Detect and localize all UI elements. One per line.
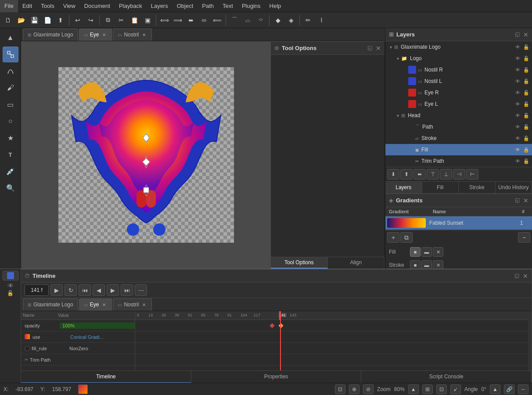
grad-copy-btn[interactable]: ⧉ <box>400 232 413 243</box>
layer-row-eye-l[interactable]: ▭ Eye L 👁 🔓 <box>385 98 532 110</box>
flip-btn[interactable]: ↔ <box>518 384 528 394</box>
layer-visibility-fill[interactable]: 👁 <box>514 146 521 154</box>
layer-visibility-eyel[interactable]: 👁 <box>514 100 521 108</box>
layer-expand-logo[interactable]: ▾ <box>394 55 401 62</box>
layers-tb-more2[interactable]: ⊥ <box>440 169 452 180</box>
menu-layers[interactable]: Layers <box>147 0 173 12</box>
layer-expand-head[interactable]: ▾ <box>394 112 401 119</box>
zoom-up-btn[interactable]: ▲ <box>408 384 419 394</box>
zoom-fit2-btn[interactable]: ⊡ <box>436 384 447 394</box>
zoom-tool[interactable]: 🔍 <box>3 180 18 196</box>
timeline-tracks[interactable]: 0 13 26 39 52 65 78 91 104 117 141 143 <box>135 311 532 370</box>
tl-close-eye[interactable]: ✕ <box>101 302 107 308</box>
tl-tab-properties[interactable]: Properties <box>191 371 362 383</box>
menu-plugins[interactable]: Plugins <box>237 0 265 12</box>
gradients-float-btn[interactable]: ◱ <box>515 197 520 204</box>
menu-help[interactable]: Help <box>265 0 286 12</box>
layer-lock-nostilr[interactable]: 🔓 <box>522 66 530 74</box>
paint-tool[interactable]: 🖌 <box>3 80 18 96</box>
tb-cut[interactable]: ✂ <box>115 14 127 26</box>
layer-lock-fill[interactable]: 🔒 <box>522 146 530 154</box>
tb-copy[interactable]: ⧉ <box>102 14 114 26</box>
layer-visibility-eyer[interactable]: 👁 <box>514 89 521 97</box>
layer-row-eye-r[interactable]: ▭ Eye R 👁 🔓 <box>385 87 532 98</box>
ellipse-tool[interactable]: ○ <box>3 113 18 129</box>
tb-draw2[interactable]: ⌇ <box>315 14 327 26</box>
timeline-eye-icon[interactable]: 👁 <box>7 282 14 289</box>
timeline-row-fill-rule[interactable]: fill_rule NonZero <box>21 343 135 354</box>
layer-visibility-head[interactable]: 👁 <box>514 111 521 119</box>
node-tool[interactable] <box>3 47 18 62</box>
zoom-in-btn[interactable]: ⊕ <box>349 384 359 394</box>
close-tab-nostril[interactable]: ✕ <box>141 32 147 38</box>
tb-open[interactable]: 📂 <box>15 14 27 26</box>
layer-lock-nostill[interactable]: 🔓 <box>522 77 530 85</box>
tb-align1[interactable]: ⟺ <box>158 14 171 26</box>
rotate-left-btn[interactable]: ↙ <box>450 384 461 394</box>
timeline-row-trim-path[interactable]: ✂ Trim Path <box>21 354 135 366</box>
star-tool[interactable]: ★ <box>3 130 18 146</box>
layer-row-stroke[interactable]: ▱ Stroke 👁 🔓 <box>385 133 532 144</box>
layer-visibility-trim[interactable]: 👁 <box>514 157 521 165</box>
tb-undo[interactable]: ↩ <box>72 14 84 26</box>
close-tab-eye[interactable]: ✕ <box>101 32 107 38</box>
layer-visibility-nostilr[interactable]: 👁 <box>514 66 521 74</box>
layers-tb-push-down[interactable]: ⬇ <box>387 169 399 180</box>
menu-edit[interactable]: Edit <box>18 0 36 12</box>
tab-glaxnimate-logo[interactable]: ⊞ Glaxnimate Logo <box>23 29 78 41</box>
tb-align3[interactable]: ⬌ <box>185 14 197 26</box>
tab-tool-options[interactable]: Tool Options <box>271 257 328 269</box>
layer-row-fill[interactable]: ◼ Fill 👁 🔒 <box>385 144 532 155</box>
layer-lock-eyer[interactable]: 🔓 <box>522 89 530 97</box>
layer-row-path[interactable]: ⌒ Path 👁 🔓 <box>385 121 532 133</box>
tab-eye[interactable]: ▭ Eye ✕ <box>79 29 112 41</box>
layer-visibility-stroke[interactable]: 👁 <box>514 134 521 142</box>
next-frame-btn[interactable]: ▶ <box>107 284 119 296</box>
layer-row-logo[interactable]: ▾ 📁 Logo 👁 🔓 <box>385 53 532 64</box>
layer-lock-eyel[interactable]: 🔓 <box>522 100 530 108</box>
menu-view[interactable]: View <box>59 0 80 12</box>
timeline-row-use[interactable]: use Conical Gradi... <box>21 331 135 343</box>
tb-node1[interactable]: ◆ <box>272 14 284 26</box>
skip-end-btn[interactable]: ⏭ <box>121 284 133 296</box>
tl-tab-script[interactable]: Script Console <box>361 371 532 383</box>
timeline-close-btn[interactable]: ✕ <box>523 273 528 280</box>
grad-remove-btn[interactable]: − <box>518 232 530 243</box>
layer-row-head[interactable]: ▾ ⊞ Head 👁 🔓 <box>385 110 532 121</box>
timeline-color-swatch[interactable] <box>3 271 18 280</box>
tb-path1[interactable]: ⌒ <box>228 14 241 26</box>
layer-lock-stroke[interactable]: 🔓 <box>522 134 530 142</box>
tl-tab-glaxnimate[interactable]: ⊞ Glaxnimate Logo <box>23 298 78 311</box>
layer-row-glaxnimate[interactable]: ▾ ⊞ Glaxnimate Logo 👁 🔓 <box>385 41 532 53</box>
layer-lock-logo[interactable]: 🔓 <box>522 54 530 62</box>
layers-tb-more3[interactable]: ⊣ <box>453 169 465 180</box>
layer-visibility-nostill[interactable]: 👁 <box>514 77 521 85</box>
tb-align2[interactable]: ⟹ <box>172 14 184 26</box>
fill-btn-none[interactable]: ✕ <box>433 247 443 257</box>
rect-tool[interactable]: ▭ <box>3 97 18 112</box>
grad-add-btn[interactable]: + <box>387 232 399 243</box>
bottom-tab-stroke[interactable]: Stroke <box>459 182 496 193</box>
layer-row-nostil-l[interactable]: ▭ Nostil L 👁 🔓 <box>385 75 532 87</box>
select-tool[interactable]: ▲ <box>3 30 18 46</box>
keyframe-opacity-1[interactable] <box>270 323 274 328</box>
menu-path[interactable]: Path <box>198 0 218 12</box>
lock-aspect-btn[interactable]: 🔗 <box>504 384 514 394</box>
layer-row-trim-path[interactable]: ✂ Trim Path 👁 🔓 <box>385 155 532 167</box>
zoom-100-btn[interactable]: ⊞ <box>422 384 433 394</box>
gradients-close-btn[interactable]: ✕ <box>523 197 528 204</box>
layers-tb-more4[interactable]: ⊢ <box>466 169 478 180</box>
menu-tools[interactable]: Tools <box>36 0 58 12</box>
tb-align4[interactable]: ⬄ <box>198 14 210 26</box>
text-tool[interactable]: T <box>3 147 18 162</box>
tab-nostril[interactable]: ▭ Nostril ✕ <box>113 29 152 41</box>
menu-object[interactable]: Object <box>173 0 198 12</box>
skip-start-btn[interactable]: ⏮ <box>79 284 91 296</box>
menu-document[interactable]: Document <box>80 0 115 12</box>
layers-tb-more1[interactable]: ⊤ <box>427 169 439 180</box>
tb-draw1[interactable]: ✏ <box>302 14 314 26</box>
tb-new[interactable]: 🗋 <box>2 14 14 26</box>
menu-text[interactable]: Text <box>218 0 237 12</box>
layer-visibility-path[interactable]: 👁 <box>514 123 521 131</box>
gradient-row-fabled-sunset[interactable]: Fabled Sunset 1 <box>385 216 532 230</box>
